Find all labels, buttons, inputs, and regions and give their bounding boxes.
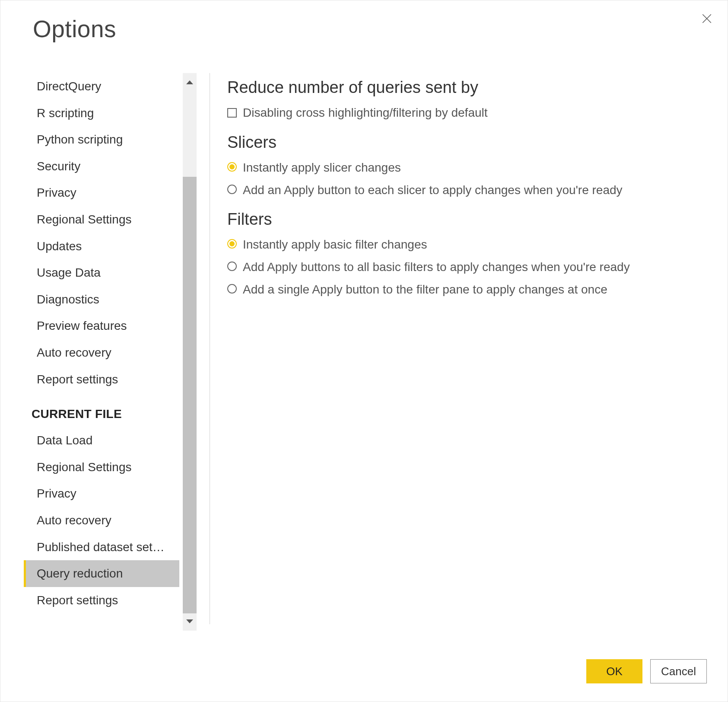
main-panel: Reduce number of queries sent by Disabli… <box>227 73 728 631</box>
sidebar-item-auto-recovery[interactable]: Auto recovery <box>24 339 179 366</box>
checkbox-icon <box>227 108 237 118</box>
radio-slicer-apply-button[interactable]: Add an Apply button to each slicer to ap… <box>227 182 702 198</box>
checkbox-label: Disabling cross highlighting/filtering b… <box>243 105 488 121</box>
scrollbar-thumb[interactable] <box>183 177 197 613</box>
radio-icon <box>227 162 237 172</box>
close-button[interactable] <box>699 11 715 26</box>
radio-label: Instantly apply slicer changes <box>243 160 401 176</box>
section-filters-title: Filters <box>227 210 702 229</box>
sidebar-item-preview-features[interactable]: Preview features <box>24 313 179 339</box>
sidebar-container: DirectQuery R scripting Python scripting… <box>24 73 197 631</box>
section-reduce-title: Reduce number of queries sent by <box>227 78 702 97</box>
dialog-footer: OK Cancel <box>586 659 707 683</box>
sidebar-item-usage-data[interactable]: Usage Data <box>24 259 179 286</box>
chevron-down-icon <box>184 616 195 626</box>
scroll-down-button[interactable] <box>183 612 197 631</box>
sidebar-item-report-settings[interactable]: Report settings <box>24 366 179 393</box>
chevron-up-icon <box>184 77 195 88</box>
sidebar-item-regional-settings[interactable]: Regional Settings <box>24 206 179 233</box>
radio-filter-instant[interactable]: Instantly apply basic filter changes <box>227 236 702 253</box>
radio-icon <box>227 185 237 194</box>
sidebar-item-security[interactable]: Security <box>24 153 179 180</box>
sidebar-item-published-dataset-settings[interactable]: Published dataset set… <box>24 534 179 561</box>
radio-icon <box>227 239 237 249</box>
ok-button[interactable]: OK <box>586 659 642 683</box>
sidebar-item-python-scripting[interactable]: Python scripting <box>24 126 179 153</box>
sidebar-item-file-report-settings[interactable]: Report settings <box>24 587 179 614</box>
sidebar-item-data-load[interactable]: Data Load <box>24 427 179 454</box>
sidebar-scrollbar[interactable] <box>183 73 197 631</box>
dialog-title: Options <box>0 0 728 43</box>
sidebar-item-diagnostics[interactable]: Diagnostics <box>24 286 179 313</box>
close-icon <box>701 13 712 24</box>
radio-label: Add a single Apply button to the filter … <box>243 281 607 298</box>
sidebar: DirectQuery R scripting Python scripting… <box>24 73 183 631</box>
content-area: DirectQuery R scripting Python scripting… <box>0 73 728 631</box>
sidebar-section-current-file: CURRENT FILE <box>24 392 179 427</box>
sidebar-item-r-scripting[interactable]: R scripting <box>24 100 179 127</box>
sidebar-item-query-reduction[interactable]: Query reduction <box>24 560 179 587</box>
radio-icon <box>227 284 237 294</box>
radio-label: Instantly apply basic filter changes <box>243 236 427 253</box>
sidebar-item-file-regional-settings[interactable]: Regional Settings <box>24 454 179 481</box>
sidebar-item-file-auto-recovery[interactable]: Auto recovery <box>24 507 179 534</box>
radio-label: Add an Apply button to each slicer to ap… <box>243 182 623 198</box>
scroll-up-button[interactable] <box>183 73 197 92</box>
radio-slicer-instant[interactable]: Instantly apply slicer changes <box>227 160 702 176</box>
sidebar-item-file-privacy[interactable]: Privacy <box>24 480 179 507</box>
cancel-button[interactable]: Cancel <box>650 659 707 683</box>
radio-icon <box>227 262 237 271</box>
radio-label: Add Apply buttons to all basic filters t… <box>243 259 630 275</box>
sidebar-item-updates[interactable]: Updates <box>24 233 179 260</box>
sidebar-item-privacy[interactable]: Privacy <box>24 179 179 206</box>
checkbox-disable-cross-highlight[interactable]: Disabling cross highlighting/filtering b… <box>227 105 702 121</box>
section-slicers-title: Slicers <box>227 133 702 152</box>
sidebar-item-directquery[interactable]: DirectQuery <box>24 73 179 100</box>
vertical-divider <box>210 73 210 624</box>
radio-filter-single-apply[interactable]: Add a single Apply button to the filter … <box>227 281 702 298</box>
radio-filter-apply-all[interactable]: Add Apply buttons to all basic filters t… <box>227 259 702 275</box>
